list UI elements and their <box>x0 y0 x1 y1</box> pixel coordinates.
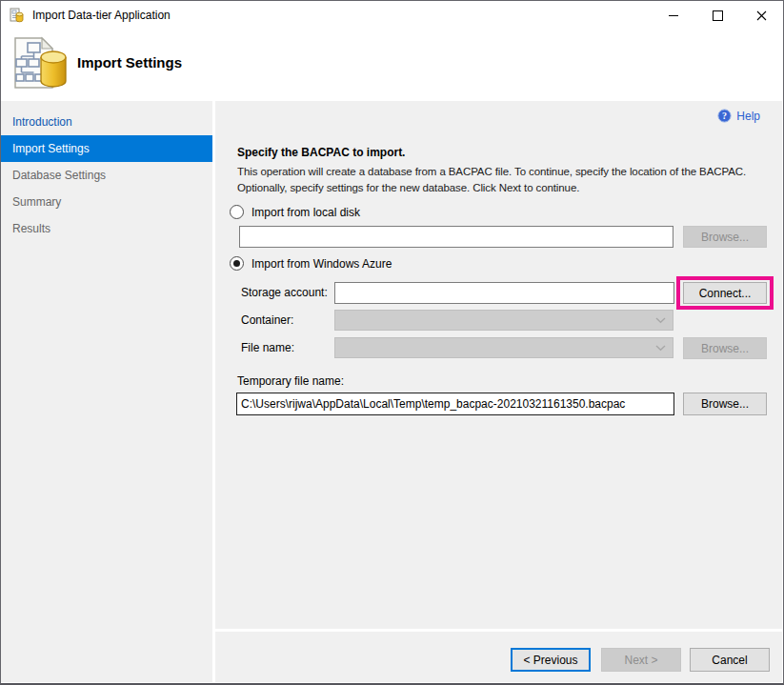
browse-file-name-button: Browse... <box>683 337 767 359</box>
help-icon: ? <box>717 109 732 123</box>
close-button[interactable] <box>739 1 783 30</box>
connect-highlight-annotation: Connect... <box>676 276 774 310</box>
minimize-button[interactable] <box>652 1 695 30</box>
import-data-tier-application-window: Import Data-tier Application <box>0 0 784 685</box>
sidebar-item-database-settings: Database Settings <box>1 162 212 189</box>
window-title: Import Data-tier Application <box>32 1 171 30</box>
sidebar-item-import-settings[interactable]: Import Settings <box>1 135 212 162</box>
data-tier-application-icon <box>11 36 67 94</box>
wizard-steps-sidebar: Introduction Import Settings Database Se… <box>1 101 215 682</box>
radio-import-windows-azure-label: Import from Windows Azure <box>251 257 392 271</box>
main-panel: ? Help Specify the BACPAC to import. Thi… <box>215 101 782 682</box>
close-icon <box>756 10 767 21</box>
storage-account-input[interactable] <box>334 282 674 304</box>
description-line-1: This operation will create a database fr… <box>237 164 784 180</box>
document-database-icon <box>11 36 67 91</box>
container-label: Container: <box>241 310 293 332</box>
radio-import-local-disk[interactable]: Import from local disk <box>230 205 360 219</box>
window-controls <box>652 1 783 30</box>
data-tier-app-small-icon <box>10 8 25 23</box>
help-link[interactable]: ? Help <box>717 109 760 123</box>
sidebar-item-introduction[interactable]: Introduction <box>1 109 212 135</box>
radio-import-windows-azure[interactable]: Import from Windows Azure <box>230 256 392 271</box>
next-button: Next > <box>601 648 681 672</box>
cancel-button[interactable]: Cancel <box>690 648 770 672</box>
temporary-file-name-input[interactable] <box>236 393 674 415</box>
chevron-down-icon <box>655 345 666 352</box>
minimize-icon <box>669 15 678 16</box>
app-icon <box>10 8 25 23</box>
wizard-header: Import Settings <box>1 30 783 101</box>
connect-button[interactable]: Connect... <box>683 282 767 304</box>
storage-account-label: Storage account: <box>241 282 328 304</box>
local-disk-path-input[interactable] <box>239 226 673 248</box>
radio-selected-icon[interactable] <box>230 256 244 271</box>
help-label: Help <box>736 110 760 123</box>
container-dropdown <box>334 310 673 331</box>
maximize-button[interactable] <box>695 1 739 30</box>
radio-import-local-disk-label: Import from local disk <box>251 206 360 219</box>
previous-button[interactable]: < Previous <box>511 648 591 672</box>
maximize-icon <box>713 10 723 21</box>
temporary-file-name-label: Temporary file name: <box>237 371 344 393</box>
footer-separator <box>215 629 782 632</box>
page-title: Import Settings <box>77 54 182 71</box>
description-line-2: Optionally, specify settings for the new… <box>237 180 784 196</box>
browse-temporary-file-button[interactable]: Browse... <box>683 393 767 415</box>
file-name-dropdown <box>334 337 673 358</box>
browse-local-button: Browse... <box>683 226 767 248</box>
radio-unselected-icon[interactable] <box>230 205 244 219</box>
sidebar-item-results: Results <box>1 215 212 242</box>
section-heading: Specify the BACPAC to import. <box>237 146 405 159</box>
section-description: This operation will create a database fr… <box>237 164 784 196</box>
file-name-label: File name: <box>241 337 294 359</box>
chevron-down-icon <box>655 317 666 324</box>
svg-text:?: ? <box>722 111 727 121</box>
sidebar-item-summary: Summary <box>1 189 212 215</box>
title-bar: Import Data-tier Application <box>1 1 783 30</box>
